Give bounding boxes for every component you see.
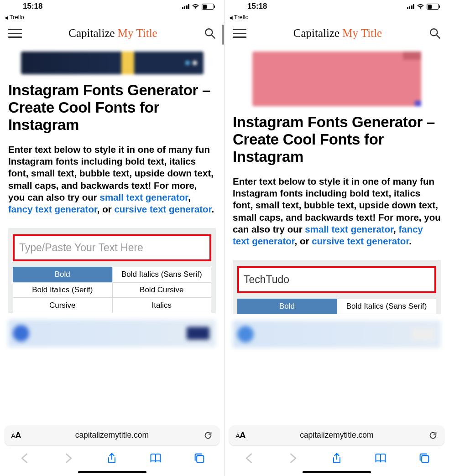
site-logo[interactable]: Capitalize My Title [293, 27, 382, 40]
phone-screenshot-left: 15:18 Trello Capitalize My Title Instagr… [0, 0, 224, 476]
font-tabs: Bold Bold Italics (Sans Serif) Bold Ital… [13, 267, 211, 313]
link-small-text-generator[interactable]: small text generator [305, 224, 393, 234]
link-small-text-generator[interactable]: small text generator [100, 192, 188, 202]
scrollbar-thumb[interactable] [222, 25, 224, 45]
link-cursive-text-generator[interactable]: cursive text generator [312, 236, 409, 246]
status-bar: 15:18 [0, 0, 224, 13]
share-icon[interactable] [330, 452, 343, 465]
text-input-highlight [13, 234, 211, 261]
safari-url-bar[interactable]: AA capitalizemytitle.com [229, 425, 444, 445]
wifi-icon [192, 4, 199, 9]
ad-banner[interactable] [21, 52, 204, 74]
tab-cursive[interactable]: Cursive [13, 298, 112, 313]
tab-bold-italics-sans[interactable]: Bold Italics (Sans Serif) [112, 267, 212, 282]
menu-hamburger-icon[interactable] [233, 29, 246, 38]
reload-icon[interactable] [203, 430, 213, 440]
status-right [407, 4, 439, 10]
search-icon[interactable] [204, 27, 216, 39]
back-to-app[interactable]: Trello [0, 13, 224, 22]
safari-toolbar [224, 445, 449, 471]
status-time: 15:18 [247, 2, 267, 11]
svg-rect-5 [422, 455, 428, 462]
site-logo[interactable]: Capitalize My Title [68, 27, 157, 40]
home-indicator[interactable] [78, 471, 146, 474]
battery-icon [202, 4, 214, 10]
tab-italics[interactable]: Italics [112, 298, 212, 313]
wifi-icon [417, 4, 424, 9]
site-header: Capitalize My Title [224, 22, 449, 46]
text-input[interactable] [16, 237, 209, 259]
page-title: Instagram Fonts Generator – Create Cool … [8, 82, 216, 134]
forward-icon[interactable] [287, 452, 299, 465]
text-size-icon[interactable]: AA [235, 430, 245, 440]
safari-toolbar [0, 445, 224, 471]
back-to-app[interactable]: Trello [224, 13, 449, 22]
home-indicator[interactable] [303, 471, 371, 474]
page-title: Instagram Fonts Generator – Create Cool … [233, 114, 441, 166]
intro-paragraph: Enter text below to style it in one of m… [8, 144, 216, 215]
tab-bold-cursive[interactable]: Bold Cursive [112, 282, 212, 298]
promo-banner-blurred[interactable] [8, 320, 216, 347]
svg-rect-2 [197, 455, 204, 462]
tab-bold-italics-serif[interactable]: Bold Italics (Serif) [13, 282, 112, 298]
search-icon[interactable] [429, 27, 441, 39]
svg-line-1 [211, 35, 215, 38]
url-text: capitalizemytitle.com [75, 430, 149, 440]
bookmarks-icon[interactable] [149, 452, 162, 465]
back-icon[interactable] [243, 452, 256, 465]
tabs-icon[interactable] [418, 452, 431, 465]
link-fancy-text-generator[interactable]: fancy text generator [8, 204, 97, 214]
text-input-highlight [237, 266, 436, 293]
font-tool-box: Bold Bold Italics (Sans Serif) Bold Ital… [8, 228, 216, 313]
safari-url-bar[interactable]: AA capitalizemytitle.com [5, 425, 219, 445]
status-time: 15:18 [23, 2, 42, 11]
tab-bold[interactable]: Bold [13, 267, 112, 282]
reload-icon[interactable] [428, 430, 438, 440]
back-icon[interactable] [18, 452, 31, 465]
font-tool-box: Bold Bold Italics (Sans Serif) [233, 260, 441, 314]
text-input[interactable] [240, 269, 433, 290]
tab-bold[interactable]: Bold [237, 299, 337, 314]
promo-banner-blurred[interactable] [233, 321, 441, 348]
phone-screenshot-right: 15:18 Trello Capitalize My Title Instagr… [224, 0, 449, 476]
page-content: Instagram Fonts Generator – Create Cool … [0, 46, 224, 419]
tabs-icon[interactable] [193, 452, 206, 465]
page-content: Instagram Fonts Generator – Create Cool … [224, 46, 449, 419]
site-header: Capitalize My Title [0, 22, 224, 46]
cellular-signal-icon [407, 4, 415, 9]
ad-banner[interactable] [252, 52, 421, 106]
intro-paragraph: Enter text below to style it in one of m… [233, 176, 441, 247]
font-tabs: Bold Bold Italics (Sans Serif) [237, 299, 436, 314]
cellular-signal-icon [182, 4, 190, 9]
menu-hamburger-icon[interactable] [8, 29, 22, 38]
status-bar: 15:18 [224, 0, 449, 13]
text-size-icon[interactable]: AA [11, 430, 21, 440]
link-cursive-text-generator[interactable]: cursive text generator [114, 204, 211, 214]
bookmarks-icon[interactable] [374, 452, 387, 465]
forward-icon[interactable] [62, 452, 75, 465]
svg-line-4 [436, 35, 440, 38]
status-right [182, 4, 214, 10]
share-icon[interactable] [105, 452, 118, 465]
battery-icon [427, 4, 439, 10]
tab-bold-italics-sans[interactable]: Bold Italics (Sans Serif) [337, 299, 436, 314]
url-text: capitalizemytitle.com [300, 430, 373, 440]
